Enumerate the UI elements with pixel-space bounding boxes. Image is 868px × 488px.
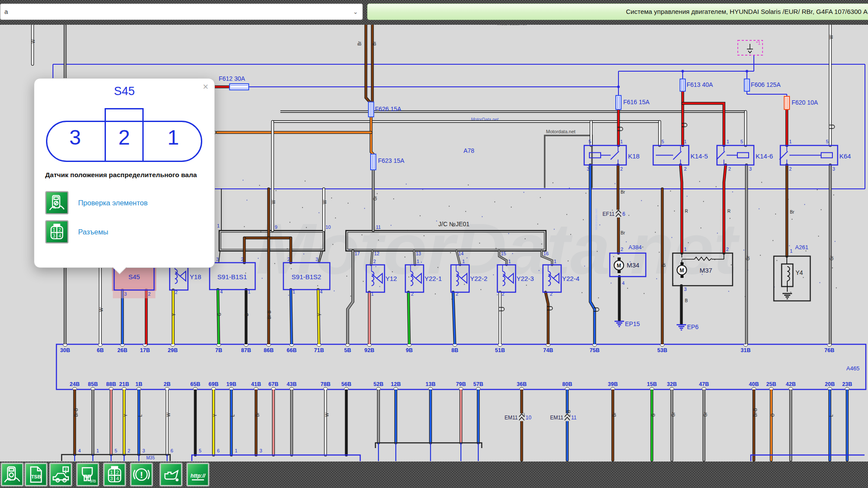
http-button[interactable]: http:// — [187, 463, 209, 486]
diagram-label: Br — [357, 41, 362, 46]
diagram-label: Gr — [829, 255, 834, 260]
svg-text:2: 2 — [65, 467, 67, 472]
diagram-label: 56В — [342, 381, 352, 387]
component-A261[interactable] — [774, 256, 810, 301]
diagram-label: 2 — [175, 290, 178, 295]
svg-text:4: 4 — [59, 233, 61, 238]
diagram-label: 66В — [287, 347, 297, 353]
tsb-icon: TSB — [27, 465, 45, 484]
fuse-F616[interactable]: F616 15A — [616, 96, 650, 109]
system-select-dropdown[interactable]: а ⌄ — [0, 3, 363, 20]
diagram-label: W — [829, 35, 834, 39]
diagram-label: G — [651, 413, 656, 417]
diagram-label: 17В — [140, 347, 150, 353]
diagram-label: F606 125A — [751, 81, 781, 88]
diagram-label: 85В — [88, 381, 98, 387]
check-elements-link[interactable]: Проверка элементов — [45, 191, 148, 215]
fuse-jb-button[interactable]: J/B — [76, 463, 99, 486]
diagram-label: 87В — [241, 347, 251, 353]
diagram-label: 19В — [227, 381, 237, 387]
diagram-label: 36В — [517, 381, 527, 387]
connector-grid-button[interactable]: 1234 — [103, 463, 126, 486]
car-ground-button[interactable]: 2 — [49, 463, 72, 486]
diagram-label: 13В — [426, 381, 436, 387]
multimeter-icon — [3, 465, 21, 484]
diagram-label: 2 — [502, 291, 504, 297]
diagram-label: 65В — [191, 381, 201, 387]
diagram-label: 4 — [78, 448, 81, 453]
fuse-F620[interactable]: F620 10A — [784, 96, 818, 109]
oil-can-button[interactable] — [160, 463, 182, 486]
svg-text:3: 3 — [53, 233, 55, 238]
diagram-label: 25В — [766, 381, 776, 387]
warning-icon: ! — [132, 465, 151, 484]
diagram-label: 3 — [832, 166, 835, 171]
diagram-label: *1 — [756, 40, 760, 46]
diagram-label: 5В — [344, 347, 351, 353]
inline-connector-EM11-10: EM1110 — [505, 413, 532, 421]
diagram-label: Br — [612, 412, 617, 417]
diagram-label: Br — [372, 41, 377, 46]
tsb-button[interactable]: TSB — [25, 463, 47, 486]
diagram-label: 3 — [142, 448, 145, 453]
diagram-label: Br — [621, 190, 625, 195]
diagram-label: 92В — [365, 347, 375, 353]
warning-button[interactable]: ! — [130, 463, 153, 486]
svg-text:J/B: J/B — [90, 478, 96, 483]
diagram-label: M35 — [146, 455, 155, 460]
diagram-label: 2 — [148, 291, 151, 297]
diagram-label: Motordata.net — [719, 208, 723, 230]
diagram-label: 78В — [321, 381, 331, 387]
diagram-label: K14-6 — [756, 152, 773, 160]
diagram-label: 1 — [684, 247, 687, 252]
diagram-label: K14-5 — [690, 152, 708, 160]
diagram-label: Br — [790, 210, 795, 214]
diagram-label: Motordata.net — [546, 129, 575, 134]
fuse-F606[interactable]: F606 125A — [744, 79, 781, 91]
diagram-label: Br-B — [74, 408, 79, 417]
diagram-label: 1 — [508, 259, 511, 264]
diagram-label: 76В — [825, 347, 835, 353]
diagram-label: L — [230, 414, 235, 417]
svg-text:2: 2 — [59, 227, 61, 232]
relay-K64[interactable]: K641523 — [779, 139, 851, 171]
fuse-F613[interactable]: F613 40A — [680, 79, 713, 91]
diagram-label: J/C №JE01 — [438, 221, 470, 228]
check-elements-label: Проверка элементов — [78, 199, 148, 207]
diagram-label: Br-B — [267, 310, 272, 319]
svg-text:3: 3 — [110, 476, 113, 481]
component-popup: × S45 3 2 1 Датчик положения распределит… — [34, 78, 215, 268]
car-ground-icon: 2 — [52, 465, 70, 484]
diagram-label: W — [325, 412, 329, 417]
svg-text:1: 1 — [53, 227, 55, 232]
diagram-label: K18 — [628, 152, 640, 160]
diagram-label: EP6 — [687, 323, 699, 330]
fuse-F623[interactable]: F623 15A — [371, 154, 404, 170]
top-bar: а ⌄ Система управления двигателем, HYUND… — [0, 0, 868, 25]
diagram-label: F616 15A — [623, 99, 650, 106]
connector-pin-1: 1 — [151, 125, 195, 149]
diagram-label: Y — [171, 313, 176, 316]
diagram-label: 9В — [406, 347, 413, 353]
diagram-label: A78 — [464, 147, 474, 154]
diagram-label: 2 — [456, 291, 458, 297]
diagram-label: 4 — [220, 289, 223, 294]
component-S91-B1S1[interactable]: S91-B1S1 — [210, 263, 255, 290]
diagram-label: 41В — [251, 381, 261, 387]
svg-text:http://: http:// — [191, 473, 206, 479]
multimeter-button[interactable] — [1, 463, 23, 486]
diagram-label: M — [680, 267, 684, 274]
diagram-label: A261 — [795, 244, 808, 251]
diagram-label: 4 — [622, 280, 625, 286]
diagram-label: 11 — [571, 415, 577, 421]
diagram-label: 20В — [825, 381, 835, 387]
diagram-label: 1 — [417, 259, 419, 264]
edge-connector-bracket — [375, 443, 482, 448]
diagram-label: 2 — [789, 166, 792, 171]
diagram-label: G — [217, 313, 222, 316]
ground-EP15: EP15 — [615, 320, 640, 327]
connectors-link[interactable]: 1 2 3 4 Разъемы — [45, 220, 108, 244]
fuse-F626[interactable]: F626 15A — [368, 102, 401, 117]
diagram-label: 14 — [458, 251, 464, 256]
diagram-label: Y18 — [190, 273, 201, 280]
